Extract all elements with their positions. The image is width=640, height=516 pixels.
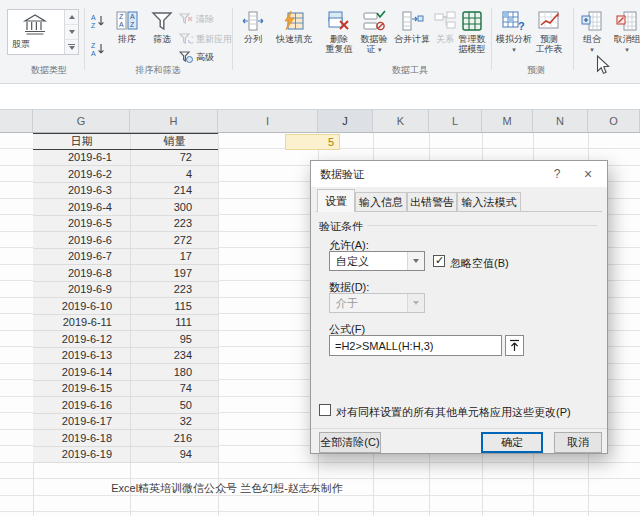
- gallery-item-stocks[interactable]: 股票: [8, 10, 64, 54]
- ignore-blank-label[interactable]: 忽略空值(B): [450, 256, 509, 271]
- column-header-f[interactable]: [0, 110, 33, 132]
- table-row: 2019-6-12 95: [33, 331, 218, 348]
- date-cell[interactable]: 2019-6-7: [33, 249, 130, 265]
- data-dropdown[interactable]: 介于: [329, 293, 425, 313]
- group-label-data-types: 数据类型: [10, 64, 88, 77]
- date-cell[interactable]: 2019-6-15: [33, 381, 130, 397]
- date-header-cell[interactable]: 日期: [33, 134, 130, 149]
- ignore-blank-checkbox[interactable]: [433, 255, 445, 267]
- value-cell[interactable]: 214: [130, 183, 218, 199]
- value-cell[interactable]: 32: [130, 414, 218, 430]
- formula-bar[interactable]: [0, 85, 640, 110]
- text-to-columns-label: 分列: [244, 34, 262, 44]
- ungroup-button-label: 取消组: [614, 34, 640, 44]
- date-cell[interactable]: 2019-6-1: [33, 150, 130, 166]
- value-cell[interactable]: 197: [130, 265, 218, 281]
- tab-error-alert[interactable]: 出错警告: [407, 192, 457, 212]
- tab-input-message[interactable]: 输入信息: [355, 192, 407, 212]
- column-header-k[interactable]: K: [373, 110, 429, 132]
- allow-dropdown[interactable]: 自定义: [329, 251, 425, 271]
- dialog-close-button[interactable]: ×: [579, 165, 597, 183]
- column-header-j[interactable]: J: [318, 110, 373, 132]
- date-cell[interactable]: 2019-6-6: [33, 232, 130, 248]
- value-cell[interactable]: 223: [130, 282, 218, 298]
- date-cell[interactable]: 2019-6-5: [33, 216, 130, 232]
- value-cell[interactable]: 115: [130, 298, 218, 314]
- value-cell[interactable]: 272: [130, 232, 218, 248]
- validation-condition-caption: 验证条件: [319, 219, 363, 234]
- reapply-filter-button[interactable]: 重新应用: [179, 33, 232, 45]
- value-cell[interactable]: 50: [130, 397, 218, 413]
- text-to-columns-button[interactable]: 分列: [238, 5, 268, 79]
- column-header-l[interactable]: L: [429, 110, 482, 132]
- value-cell[interactable]: 180: [130, 364, 218, 380]
- date-cell[interactable]: 2019-6-12: [33, 331, 130, 347]
- column-header-h[interactable]: H: [130, 110, 218, 132]
- apply-all-label[interactable]: 对有同样设置的所有其他单元格应用这些更改(P): [336, 405, 571, 420]
- value-cell[interactable]: 94: [130, 447, 218, 463]
- flash-fill-button[interactable]: 快速填充: [270, 5, 318, 79]
- apply-all-checkbox[interactable]: [319, 404, 331, 416]
- date-cell[interactable]: 2019-6-11: [33, 315, 130, 331]
- sales-header-cell[interactable]: 销量: [130, 134, 218, 149]
- date-cell[interactable]: 2019-6-13: [33, 348, 130, 364]
- table-row: 2019-6-4 300: [33, 199, 218, 216]
- value-cell[interactable]: 216: [130, 430, 218, 446]
- date-cell[interactable]: 2019-6-10: [33, 298, 130, 314]
- gallery-more-button[interactable]: [65, 40, 78, 54]
- date-cell[interactable]: 2019-6-16: [33, 397, 130, 413]
- date-cell[interactable]: 2019-6-8: [33, 265, 130, 281]
- date-cell[interactable]: 2019-6-9: [33, 282, 130, 298]
- column-header-g[interactable]: G: [33, 110, 130, 132]
- column-header-n[interactable]: N: [533, 110, 588, 132]
- formula-input[interactable]: =H2>SMALL(H:H,3): [329, 335, 502, 356]
- cancel-button[interactable]: 取消: [554, 432, 602, 453]
- value-cell[interactable]: 223: [130, 216, 218, 232]
- date-cell[interactable]: 2019-6-3: [33, 183, 130, 199]
- svg-text:A: A: [91, 14, 96, 21]
- value-cell[interactable]: 300: [130, 199, 218, 215]
- ungroup-button[interactable]: 取消组: [614, 5, 640, 79]
- value-cell[interactable]: 234: [130, 348, 218, 364]
- data-validation-label-1: 数据验: [361, 34, 388, 44]
- value-cell[interactable]: 111: [130, 315, 218, 331]
- mouse-cursor: [596, 55, 611, 81]
- dialog-help-button[interactable]: ?: [549, 166, 565, 182]
- column-header-i[interactable]: I: [218, 110, 318, 132]
- date-cell[interactable]: 2019-6-2: [33, 166, 130, 182]
- date-cell[interactable]: 2019-6-17: [33, 414, 130, 430]
- gallery-scroll-up-button[interactable]: [65, 10, 78, 25]
- excel-window: 股票 数据类型 A Z Z A: [0, 0, 640, 516]
- clear-filter-button[interactable]: 清除: [179, 13, 214, 25]
- sort-ascending-button[interactable]: A Z: [90, 13, 106, 29]
- table-row: 2019-6-19 94: [33, 447, 218, 464]
- data-validation-label-2: 证: [366, 44, 381, 54]
- column-header-m[interactable]: M: [482, 110, 533, 132]
- value-cell[interactable]: 4: [130, 166, 218, 182]
- collapse-dialog-button[interactable]: [505, 335, 524, 356]
- date-cell[interactable]: 2019-6-14: [33, 364, 130, 380]
- selected-cell-j[interactable]: 5: [285, 134, 340, 150]
- column-header-o[interactable]: O: [588, 110, 640, 132]
- tab-settings[interactable]: 设置: [317, 189, 355, 212]
- chevron-down-icon[interactable]: [407, 252, 424, 270]
- remove-duplicates-button[interactable]: 删除 重复值: [322, 5, 356, 79]
- date-cell[interactable]: 2019-6-4: [33, 199, 130, 215]
- table-row: 2019-6-7 17: [33, 249, 218, 266]
- tab-ime-mode[interactable]: 输入法模式: [457, 192, 521, 212]
- date-cell[interactable]: 2019-6-18: [33, 430, 130, 446]
- advanced-filter-button[interactable]: 高级: [179, 51, 214, 63]
- value-cell[interactable]: 95: [130, 331, 218, 347]
- value-cell[interactable]: 74: [130, 381, 218, 397]
- manage-data-model-button[interactable]: 管理数 据模型: [456, 5, 488, 79]
- gallery-scroll-down-button[interactable]: [65, 25, 78, 40]
- date-cell[interactable]: 2019-6-19: [33, 447, 130, 463]
- forecast-sheet-label-2: 工作表: [536, 44, 563, 54]
- value-cell[interactable]: 72: [130, 150, 218, 166]
- sort-descending-button[interactable]: Z A: [90, 41, 106, 57]
- ok-button[interactable]: 确定: [481, 432, 543, 453]
- value-cell[interactable]: 17: [130, 249, 218, 265]
- data-types-gallery[interactable]: 股票: [7, 9, 79, 55]
- clear-all-button[interactable]: 全部清除(C): [319, 432, 381, 453]
- table-row: 2019-6-17 32: [33, 414, 218, 431]
